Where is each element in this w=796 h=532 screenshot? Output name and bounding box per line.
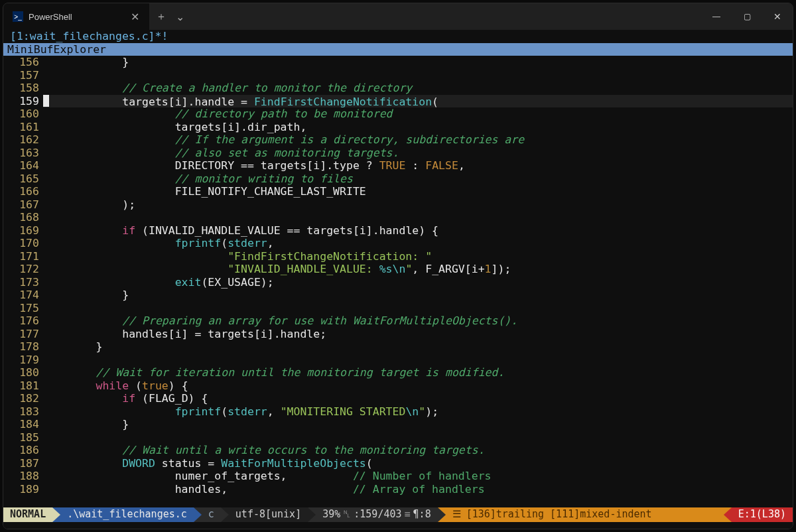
code-line: handles[i] = targets[i].handle;: [43, 328, 793, 341]
line-number: 161: [3, 121, 39, 134]
code-line: numer_of_targets, // Number of handlers: [43, 470, 793, 483]
statusline-filename: .\wait_filechanges.c: [60, 507, 194, 522]
line-number: 167: [3, 198, 39, 212]
separator-icon: [52, 507, 60, 522]
statusline-filetype: c: [202, 507, 221, 522]
buffer-list: [1:wait_filechanges.c]*!: [3, 30, 793, 43]
line-number: 162: [3, 133, 39, 147]
command-line-area[interactable]: [3, 522, 793, 529]
code-line: exit(EX_USAGE);: [43, 276, 793, 289]
line-number: 160: [3, 107, 39, 121]
line-number: 181: [3, 379, 39, 393]
code-line: // Preparing an array for use with WaitF…: [43, 314, 793, 328]
window-titlebar: >_ PowerShell ✕ ＋ ⌄ — ▢ ✕: [3, 3, 793, 30]
source-view[interactable]: } // Create a handler to monitor the dir…: [43, 56, 793, 507]
minimize-button[interactable]: —: [701, 3, 732, 30]
line-number: 174: [3, 289, 39, 302]
code-line: while (true) {: [43, 379, 793, 393]
line-number: 176: [3, 314, 39, 328]
line-number: 179: [3, 354, 39, 367]
code-editor[interactable]: 1561571581591601611621631641651661671681…: [3, 56, 793, 507]
code-line: }: [43, 418, 793, 431]
code-line: // Wait until a write occurs to the moni…: [43, 444, 793, 457]
line-number: 156: [3, 56, 39, 69]
line-number: 183: [3, 405, 39, 419]
separator-icon: [724, 507, 732, 522]
terminal-tab[interactable]: >_ PowerShell ✕: [3, 3, 149, 30]
line-number: 188: [3, 470, 39, 483]
line-icon: ␤: [343, 508, 351, 521]
line-number: 171: [3, 250, 39, 263]
warn-icon: ☰: [452, 508, 461, 521]
code-line: }: [43, 340, 793, 354]
line-number: 159: [3, 95, 39, 108]
line-number: 172: [3, 263, 39, 276]
line-number: 177: [3, 328, 39, 341]
window-controls: — ▢ ✕: [701, 3, 793, 30]
code-line: handles, // Array of handlers: [43, 483, 793, 496]
statusline-col-icon: ¶:: [413, 508, 425, 521]
code-line: "INVALID_HANDLE_VALUE: %s\n", F_ARGV[i+1…: [43, 263, 793, 276]
code-line: // monitor writing to files: [43, 172, 793, 186]
line-number: 180: [3, 366, 39, 379]
code-line: if (INVALID_HANDLE_VALUE == targets[i].h…: [43, 224, 793, 237]
code-line: [43, 354, 793, 367]
code-line: // Wait for iteration until the monitori…: [43, 366, 793, 379]
line-number: 184: [3, 418, 39, 431]
statusline-row-icon: :: [354, 508, 360, 521]
code-line: // Create a handler to monitor the direc…: [43, 82, 793, 95]
code-line: }: [43, 289, 793, 302]
separator-icon: [194, 507, 202, 522]
line-number: 185: [3, 431, 39, 444]
code-line: // If the argument is a directory, subdi…: [43, 133, 793, 147]
statusline-whitespace-warnings: ☰ [136]trailing [111]mixed-indent: [446, 507, 724, 522]
line-number: 178: [3, 340, 39, 354]
line-number: 186: [3, 444, 39, 457]
code-line: }: [43, 56, 793, 69]
code-line: fprintf(stderr,: [43, 237, 793, 250]
terminal-client: [1:wait_filechanges.c]*! MiniBufExplorer…: [3, 30, 793, 529]
line-number: 173: [3, 276, 39, 289]
line-number: 163: [3, 147, 39, 160]
new-tab-icon[interactable]: ＋: [156, 10, 166, 24]
code-line: );: [43, 198, 793, 212]
code-line: FILE_NOTIFY_CHANGE_LAST_WRITE: [43, 185, 793, 198]
statusline-position: 39% ␤ :159/403 ≡ ¶:8: [316, 507, 437, 522]
line-number: 168: [3, 211, 39, 224]
code-line: fprintf(stderr, "MONITERING STARTED\n");: [43, 405, 793, 419]
terminal-window: >_ PowerShell ✕ ＋ ⌄ — ▢ ✕ [1:wait_filech…: [3, 3, 793, 529]
code-line: [43, 211, 793, 224]
tab-dropdown-icon[interactable]: ⌄: [176, 11, 184, 23]
code-line: "FindFirstChangeNotification: ": [43, 250, 793, 263]
close-tab-icon[interactable]: ✕: [129, 11, 140, 23]
line-number: 170: [3, 237, 39, 250]
line-number: 175: [3, 302, 39, 315]
line-number: 182: [3, 392, 39, 405]
statusline-mode: NORMAL: [3, 507, 52, 522]
powershell-icon: >_: [13, 11, 23, 22]
column-icon: ≡: [405, 508, 411, 521]
minibuf-explorer-bar[interactable]: MiniBufExplorer: [3, 43, 793, 56]
line-number: 169: [3, 224, 39, 237]
code-line: [43, 302, 793, 315]
tab-actions: ＋ ⌄: [149, 3, 191, 30]
code-line: DIRECTORY == targets[i].type ? TRUE : FA…: [43, 159, 793, 172]
close-window-button[interactable]: ✕: [762, 3, 793, 30]
statusline-errors: E:1(L38): [732, 507, 793, 522]
statusline-encoding: utf-8[unix]: [229, 507, 308, 522]
line-number-gutter: 1561571581591601611621631641651661671681…: [3, 56, 43, 507]
code-line-current: targets[i].handle = FindFirstChangeNotif…: [43, 95, 793, 108]
code-line: targets[i].dir_path,: [43, 121, 793, 134]
buffer-tag[interactable]: [1:wait_filechanges.c]*!: [10, 30, 168, 42]
separator-icon: [438, 507, 446, 522]
line-number: 187: [3, 457, 39, 470]
line-number: 158: [3, 82, 39, 95]
code-line: [43, 69, 793, 82]
line-number: 164: [3, 159, 39, 172]
code-line: [43, 431, 793, 444]
code-line: // also set as monitoring targets.: [43, 147, 793, 160]
code-line: // directory path to be monitored: [43, 107, 793, 121]
line-number: 157: [3, 69, 39, 82]
separator-icon: [221, 507, 229, 522]
maximize-button[interactable]: ▢: [732, 3, 762, 30]
